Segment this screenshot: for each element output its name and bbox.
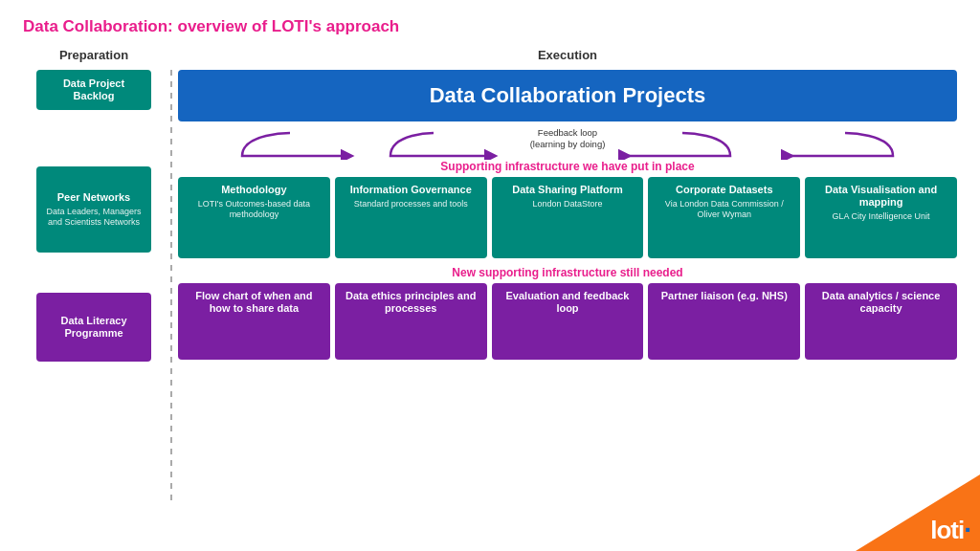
preparation-column: Data Project Backlog Peer Networks Data … [23,70,165,500]
methodology-title: Methodology [184,184,324,196]
feedback-arrows-row: Feedback loop (learning by doing) [178,127,957,160]
ethics-card: Data ethics principles and processes [335,283,487,360]
methodology-card: Methodology LOTI's Outcomes-based data m… [178,177,330,258]
data-vis-card: Data Visualisation and mapping GLA City … [805,177,957,258]
flowchart-title: Flow chart of when and how to share data [184,290,324,315]
data-sharing-card: Data Sharing Platform London DataStore [492,177,644,258]
corporate-datasets-title: Corporate Datasets [654,184,794,196]
data-sharing-subtitle: London DataStore [498,199,638,209]
evaluation-title: Evaluation and feedback loop [498,290,638,315]
data-analytics-title: Data analytics / science capacity [811,290,951,315]
networks-subtitle: Data Leaders, Managers and Scientists Ne… [42,207,145,228]
partner-liaison-card: Partner liaison (e.g. NHS) [648,283,800,360]
execution-header: Execution [178,48,957,62]
existing-cards-row: Methodology LOTI's Outcomes-based data m… [178,177,957,258]
data-project-backlog-card: Data Project Backlog [36,70,151,110]
preparation-header: Preparation [23,48,165,62]
data-sharing-title: Data Sharing Platform [498,184,638,196]
ethics-title: Data ethics principles and processes [341,290,481,315]
data-vis-title: Data Visualisation and mapping [811,184,951,209]
partner-liaison-title: Partner liaison (e.g. NHS) [654,290,794,302]
supporting-needed-label: New supporting infrastructure still need… [178,266,957,279]
supporting-existing-label: Supporting infrastructure we have put in… [178,160,957,173]
info-governance-card: Information Governance Standard processe… [335,177,487,258]
execution-column: Data Collaboration Projects Feedback loo… [178,70,957,500]
data-literacy-card: Data Literacy Programme [36,293,151,362]
feedback-label: Feedback loop (learning by doing) [530,127,606,151]
flowchart-card: Flow chart of when and how to share data [178,283,330,360]
data-analytics-card: Data analytics / science capacity [805,283,957,360]
backlog-title: Data Project Backlog [42,77,145,102]
evaluation-card: Evaluation and feedback loop [492,283,644,360]
corporate-datasets-card: Corporate Datasets Via London Data Commi… [648,177,800,258]
needed-cards-row: Flow chart of when and how to share data… [178,283,957,360]
corporate-datasets-subtitle: Via London Data Commission / Oliver Wyma… [654,199,794,220]
collab-box: Data Collaboration Projects [178,70,957,121]
vertical-divider [165,70,178,500]
page-title: Data Collaboration: overview of LOTI's a… [23,17,957,36]
data-vis-subtitle: GLA City Intelligence Unit [811,211,951,222]
info-governance-title: Information Governance [341,184,481,196]
networks-title: Peer Networks [42,191,145,204]
methodology-subtitle: LOTI's Outcomes-based data methodology [184,199,324,220]
peer-networks-card: Peer Networks Data Leaders, Managers and… [36,166,151,253]
logo-text: loti· [930,516,970,545]
literacy-title: Data Literacy Programme [42,315,145,340]
page-container: Data Collaboration: overview of LOTI's a… [0,0,980,551]
info-governance-subtitle: Standard processes and tools [341,199,481,209]
